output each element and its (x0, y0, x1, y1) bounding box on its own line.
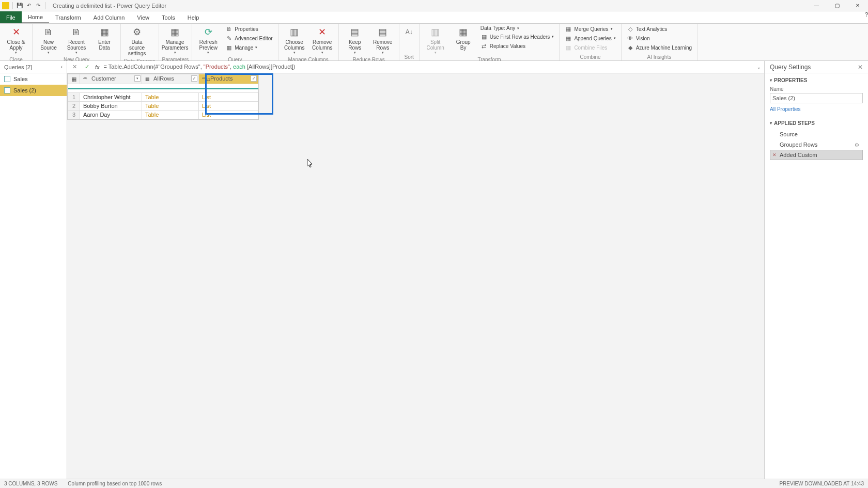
table-row[interactable]: 1 Christopher Wright Table List (68, 93, 258, 102)
azure-ml-button[interactable]: ◆Azure Machine Learning (625, 43, 694, 52)
tab-add-column[interactable]: Add Column (87, 11, 131, 23)
remove-rows-icon: ▤ (377, 26, 389, 38)
step-grouped-rows[interactable]: Grouped Rows⚙ (770, 139, 863, 150)
cell-products[interactable]: List (199, 102, 258, 111)
keep-rows-icon: ▤ (349, 26, 361, 38)
gear-icon[interactable]: ⚙ (855, 142, 859, 148)
filter-dropdown-icon[interactable]: ▾ (134, 75, 141, 82)
cell-products[interactable]: List (199, 111, 258, 119)
step-added-custom[interactable]: ✕Added Custom (770, 150, 863, 160)
query-item-sales[interactable]: Sales (0, 73, 67, 85)
close-settings-button[interactable]: ✕ (858, 64, 863, 71)
status-profiling: Column profiling based on top 1000 rows (68, 481, 162, 486)
close-apply-button[interactable]: ✕ Close & Apply ▾ (3, 25, 29, 56)
enter-data-button[interactable]: ▦Enter Data (91, 25, 117, 52)
enter-data-icon: ▦ (98, 26, 111, 38)
help-icon[interactable]: ? (865, 11, 868, 23)
merge-icon: ▦ (565, 25, 572, 33)
tab-help[interactable]: Help (181, 11, 206, 23)
headers-icon: ▦ (481, 33, 488, 40)
group-by-button[interactable]: ▦Group By (451, 25, 476, 52)
split-column-button[interactable]: ▥Split Column▾ (423, 25, 448, 56)
select-all-corner[interactable]: ▦ (68, 74, 80, 84)
vision-button[interactable]: 👁Vision (625, 34, 694, 42)
choose-columns-button[interactable]: ▥Choose Columns▾ (282, 25, 307, 56)
remove-rows-button[interactable]: ▤Remove Rows▾ (370, 25, 396, 56)
cell-allrows[interactable]: Table (142, 93, 199, 102)
status-bar: 3 COLUMNS, 3 ROWS Column profiling based… (0, 479, 868, 488)
vision-icon: 👁 (627, 35, 634, 42)
column-header-customer[interactable]: ᴬᵇCustomer▾ (80, 74, 142, 84)
data-source-settings-button[interactable]: ⚙Data source settings (124, 25, 150, 57)
expand-dropdown-icon[interactable]: ⤢ (191, 75, 197, 82)
step-source[interactable]: Source (770, 129, 863, 139)
data-grid[interactable]: ▦ ᴬᵇCustomer▾ ▦AllRows⤢ ᴬᴮ₁₂Products⤢ 1 … (67, 73, 259, 120)
close-button[interactable]: ✕ (847, 0, 868, 11)
window-title: Creating a delimited list - Power Query … (53, 3, 166, 9)
maximize-button[interactable]: ▢ (827, 0, 847, 11)
close-apply-icon: ✕ (10, 26, 22, 38)
cell-customer[interactable]: Aaron Day (80, 111, 142, 119)
column-header-products[interactable]: ᴬᴮ₁₂Products⤢ (199, 74, 258, 84)
expand-dropdown-icon[interactable]: ⤢ (251, 75, 257, 82)
replace-values-button[interactable]: ⇄Replace Values (478, 42, 556, 50)
group-by-icon: ▦ (457, 26, 470, 38)
cursor-icon (307, 159, 314, 168)
refresh-preview-button[interactable]: ⟳Refresh Preview▾ (195, 25, 221, 56)
tab-home[interactable]: Home (22, 11, 49, 23)
append-queries-button[interactable]: ▦Append Queries ▾ (563, 34, 617, 42)
table-row[interactable]: 3 Aaron Day Table List (68, 111, 258, 119)
save-icon[interactable]: 💾 (16, 2, 23, 9)
azure-ml-icon: ◆ (627, 44, 634, 51)
cell-customer[interactable]: Christopher Wright (80, 93, 142, 102)
cell-customer[interactable]: Bobby Burton (80, 102, 142, 111)
recent-sources-icon: 🗎 (70, 26, 83, 38)
merge-queries-button[interactable]: ▦Merge Queries ▾ (563, 25, 617, 33)
advanced-editor-button[interactable]: ✎Advanced Editor (223, 34, 274, 42)
undo-icon[interactable]: ↶ (25, 2, 33, 9)
keep-rows-button[interactable]: ▤Keep Rows▾ (342, 25, 368, 56)
applied-steps-title[interactable]: APPLIED STEPS (770, 120, 863, 126)
all-properties-link[interactable]: All Properties (770, 106, 863, 112)
properties-section-title[interactable]: PROPERTIES (770, 77, 863, 83)
advanced-editor-icon: ✎ (225, 35, 233, 42)
tab-view[interactable]: View (131, 11, 156, 23)
tab-file[interactable]: File (0, 11, 22, 23)
query-settings-panel: Query Settings ✕ PROPERTIES Name All Pro… (765, 61, 868, 479)
expand-formula-button[interactable]: ⌄ (757, 65, 761, 70)
data-type-button[interactable]: Data Type: Any ▾ (478, 25, 556, 32)
minimize-button[interactable]: — (806, 0, 827, 11)
new-source-button[interactable]: 🗎New Source▾ (36, 25, 61, 56)
delete-step-icon[interactable]: ✕ (772, 152, 777, 158)
collapse-queries-icon[interactable]: ‹ (61, 64, 63, 70)
sort-asc-button[interactable]: A↓ (402, 25, 416, 39)
properties-button[interactable]: 🗎Properties (223, 25, 274, 33)
table-row[interactable]: 2 Bobby Burton Table List (68, 102, 258, 111)
cell-allrows[interactable]: Table (142, 111, 199, 119)
title-bar: 💾 ↶ ↷ Creating a delimited list - Power … (0, 0, 868, 11)
status-preview-time: PREVIEW DOWNLOADED AT 14:43 (779, 481, 864, 486)
redo-icon[interactable]: ↷ (35, 2, 42, 9)
manage-button[interactable]: ▦Manage ▾ (223, 43, 274, 52)
cancel-formula-button[interactable]: ✕ (70, 63, 79, 71)
applied-steps-list: Source Grouped Rows⚙ ✕Added Custom (770, 129, 863, 160)
first-row-headers-button[interactable]: ▦Use First Row as Headers ▾ (478, 33, 556, 41)
commit-formula-button[interactable]: ✓ (83, 63, 91, 71)
properties-icon: 🗎 (225, 25, 233, 33)
query-name-input[interactable] (770, 93, 863, 103)
recent-sources-button[interactable]: 🗎Recent Sources▾ (64, 25, 89, 56)
cell-allrows[interactable]: Table (142, 102, 199, 111)
tab-tools[interactable]: Tools (156, 11, 181, 23)
fx-icon[interactable]: fx (95, 64, 100, 70)
query-settings-header: Query Settings ✕ (765, 61, 868, 73)
query-item-sales-2[interactable]: Sales (2) (0, 85, 67, 96)
column-header-allrows[interactable]: ▦AllRows⤢ (142, 74, 199, 84)
text-analytics-button[interactable]: ◇Text Analytics (625, 25, 694, 33)
formula-input[interactable]: = Table.AddColumn(#"Grouped Rows", "Prod… (104, 64, 753, 70)
cell-products[interactable]: List (199, 93, 258, 102)
ribbon: ✕ Close & Apply ▾ Close 🗎New Source▾ 🗎Re… (0, 24, 868, 61)
manage-parameters-button[interactable]: ▦Manage Parameters▾ (162, 25, 188, 56)
tab-transform[interactable]: Transform (49, 11, 87, 23)
refresh-icon: ⟳ (202, 26, 214, 38)
remove-columns-button[interactable]: ✕Remove Columns▾ (309, 25, 335, 56)
